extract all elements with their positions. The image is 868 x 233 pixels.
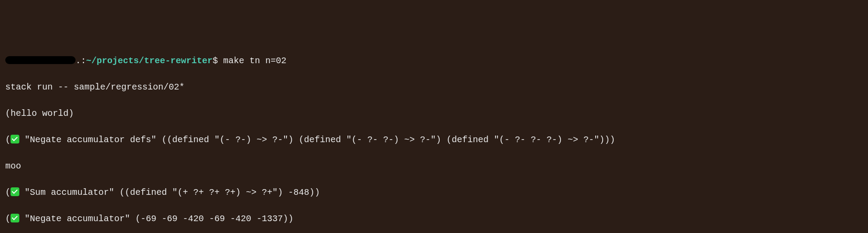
paren-open: ( (5, 135, 11, 145)
prompt-dollar: $ (213, 56, 218, 66)
redacted-host (5, 56, 76, 64)
output-stack-run: stack run -- sample/regression/02* (5, 81, 863, 94)
prompt-path: ~/projects/tree-rewriter (86, 56, 213, 66)
result-text: "Sum accumulator" ((defined "(+ ?+ ?+ ?+… (19, 187, 320, 197)
result-negate-defs: ( "Negate accumulator defs" ((defined "(… (5, 133, 863, 147)
paren-open: ( (5, 187, 11, 197)
output-hello-world: (hello world) (5, 107, 863, 120)
command-text: make tn n=02 (223, 56, 286, 66)
result-sum: ( "Sum accumulator" ((defined "(+ ?+ ?+ … (5, 186, 863, 199)
result-negate: ( "Negate accumulator" (-69 -69 -420 -69… (5, 212, 863, 226)
check-icon (11, 187, 19, 196)
result-text: "Negate accumulator" (-69 -69 -420 -69 -… (19, 214, 293, 224)
host-suffix: .: (76, 56, 86, 66)
paren-open: ( (5, 214, 11, 224)
prompt-line[interactable]: .:~/projects/tree-rewriter$ make tn n=02 (5, 54, 863, 68)
output-moo: moo (5, 160, 863, 173)
result-text: "Negate accumulator defs" ((defined "(- … (19, 135, 615, 145)
check-icon (11, 135, 19, 143)
check-icon (11, 214, 19, 222)
